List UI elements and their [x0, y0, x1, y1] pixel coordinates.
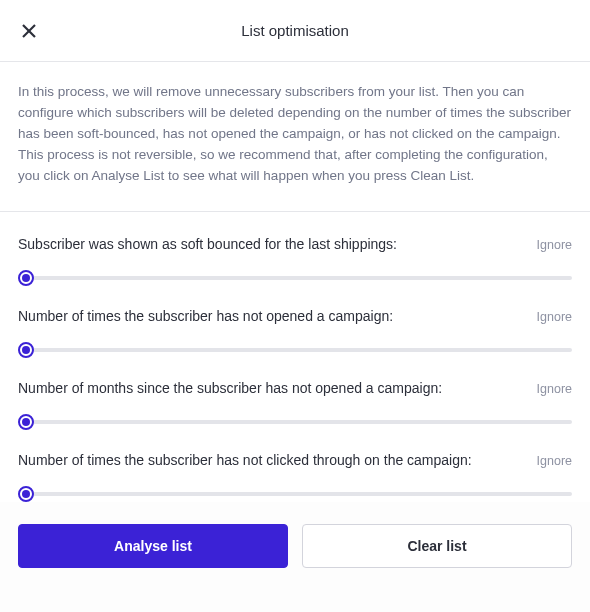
slider-not-clicked[interactable] [18, 486, 572, 502]
clear-list-button[interactable]: Clear list [302, 524, 572, 568]
setting-row-not-opened-count: Number of times the subscriber has not o… [18, 308, 572, 358]
slider-thumb[interactable] [18, 486, 34, 502]
modal-header: List optimisation [0, 0, 590, 62]
slider-track [26, 348, 572, 352]
description-text: In this process, we will remove unnecess… [18, 82, 572, 187]
ignore-link[interactable]: Ignore [537, 310, 572, 324]
setting-label: Number of times the subscriber has not o… [18, 308, 393, 324]
slider-not-opened-months[interactable] [18, 414, 572, 430]
setting-row-not-opened-months: Number of months since the subscriber ha… [18, 380, 572, 430]
slider-thumb[interactable] [18, 342, 34, 358]
setting-label: Number of times the subscriber has not c… [18, 452, 472, 468]
slider-track [26, 420, 572, 424]
slider-not-opened-count[interactable] [18, 342, 572, 358]
setting-row-not-clicked: Number of times the subscriber has not c… [18, 452, 572, 502]
slider-thumb[interactable] [18, 414, 34, 430]
slider-soft-bounce[interactable] [18, 270, 572, 286]
button-row: Analyse list Clear list [0, 524, 590, 586]
description-section: In this process, we will remove unnecess… [0, 62, 590, 212]
settings-section: Subscriber was shown as soft bounced for… [0, 212, 590, 502]
ignore-link[interactable]: Ignore [537, 454, 572, 468]
slider-track [26, 276, 572, 280]
setting-row-soft-bounce: Subscriber was shown as soft bounced for… [18, 236, 572, 286]
ignore-link[interactable]: Ignore [537, 238, 572, 252]
slider-track [26, 492, 572, 496]
slider-thumb[interactable] [18, 270, 34, 286]
close-icon[interactable] [18, 20, 40, 42]
setting-label: Subscriber was shown as soft bounced for… [18, 236, 397, 252]
ignore-link[interactable]: Ignore [537, 382, 572, 396]
page-title: List optimisation [0, 22, 590, 39]
analyse-list-button[interactable]: Analyse list [18, 524, 288, 568]
setting-label: Number of months since the subscriber ha… [18, 380, 442, 396]
